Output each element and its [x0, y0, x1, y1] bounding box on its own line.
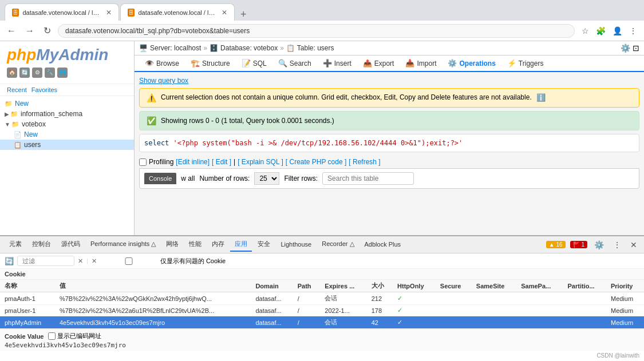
- profiling-label: Profiling: [149, 158, 173, 166]
- cookie-encoded-checkbox[interactable]: [48, 332, 56, 340]
- clear-icon[interactable]: ✕: [78, 257, 83, 265]
- tab-1-close[interactable]: ✕: [106, 9, 112, 17]
- devtools-settings-button[interactable]: ⚙️: [592, 239, 606, 251]
- profile-button[interactable]: 👤: [610, 25, 625, 37]
- breadcrumb-sep1: »: [203, 44, 207, 52]
- devtools-toolbar: 🔄 ✕ | ✕ 仅显示有问题的 Cookie: [0, 253, 644, 269]
- devtools-tab-elements[interactable]: 元素: [5, 237, 26, 252]
- back-button[interactable]: ←: [5, 25, 18, 37]
- devtools-close-button[interactable]: ✕: [628, 239, 639, 251]
- favorites-link[interactable]: Favorites: [31, 86, 57, 93]
- tab-2[interactable]: 🗄 datasafe.votenow.local / local... ✕: [120, 3, 235, 21]
- tab-search[interactable]: 🔍 Search: [272, 55, 317, 72]
- tab-triggers-label: Triggers: [519, 59, 544, 68]
- pma-icon-settings[interactable]: ⚙: [32, 68, 42, 78]
- pma-icon-reload[interactable]: 🔄: [19, 68, 30, 78]
- devtools-tab-console[interactable]: 控制台: [27, 237, 56, 252]
- col-path: Path: [293, 280, 321, 292]
- tab-browse[interactable]: 👁️ Browse: [139, 55, 185, 72]
- tree-item-votebox[interactable]: ▼ 📁 votebox: [0, 119, 134, 129]
- cookie-cell-0-11: Medium: [606, 292, 644, 305]
- profiling-checkbox[interactable]: [139, 158, 147, 166]
- tree-icon-info: 📁: [10, 110, 18, 118]
- tree-item-new1[interactable]: 📁 New: [0, 98, 134, 109]
- pma-tree: 📁 New ▶ 📁 information_schema ▼ 📁 votebox: [0, 96, 134, 235]
- explain-sql-link[interactable]: [ Explain SQL ]: [238, 158, 283, 166]
- devtools-tab-security[interactable]: 安全: [253, 237, 275, 252]
- forward-button[interactable]: →: [23, 25, 37, 37]
- tree-expand-info: ▶: [5, 111, 9, 117]
- tab-structure[interactable]: 🏗️ Structure: [185, 55, 236, 72]
- devtools-tab-recorder[interactable]: Recorder △: [317, 238, 358, 251]
- devtools-tab-app[interactable]: 应用: [230, 237, 252, 252]
- cookie-cell-1-2: datasaf...: [251, 305, 293, 316]
- edit-link[interactable]: [ Edit ]: [212, 158, 231, 166]
- tab-operations[interactable]: ⚙️ Operations: [442, 55, 501, 72]
- devtools-tab-sources[interactable]: 源代码: [57, 237, 85, 252]
- devtools-cookie-filter-checkbox[interactable]: [100, 257, 157, 265]
- extensions-button[interactable]: 🧩: [594, 25, 608, 37]
- refresh-link[interactable]: [ Refresh ]: [349, 158, 380, 166]
- cookie-row-0[interactable]: pmaAuth-1%7B%22iv%22%3A%22wQGkKn2wx42h9y…: [0, 292, 644, 305]
- tree-item-information-schema[interactable]: ▶ 📁 information_schema: [0, 109, 134, 119]
- console-tab[interactable]: Console: [144, 173, 176, 184]
- bookmark-button[interactable]: ☆: [579, 25, 591, 37]
- warning-text: Current selection does not contain a uni…: [161, 93, 532, 101]
- tab-2-close[interactable]: ✕: [222, 9, 227, 17]
- tree-item-users[interactable]: 📋 users: [0, 140, 134, 150]
- clear2-icon[interactable]: ✕: [92, 257, 97, 265]
- cookie-cell-2-1: 4e5evekhvdi3kvh45v1o3ec09es7mjro: [55, 316, 251, 329]
- tab-browse-label: Browse: [156, 59, 179, 68]
- cookie-cell-1-4: 2022-1...: [320, 305, 366, 316]
- tab-export[interactable]: 📤 Export: [357, 55, 400, 72]
- cookie-cell-0-10: [563, 292, 606, 305]
- pma-icon-home[interactable]: 🏠: [7, 68, 17, 78]
- pma-icon-tool[interactable]: 🔧: [45, 68, 55, 78]
- filter-input[interactable]: [322, 172, 414, 185]
- new-tab-button[interactable]: +: [236, 9, 251, 21]
- devtools-tab-lighthouse[interactable]: Lighthouse: [276, 239, 316, 251]
- cookie-cell-1-1: %7B%22iv%22%3A%22a6u1R%2BfLnlC29tvUA%2B.…: [55, 305, 251, 316]
- devtools-more-button[interactable]: ⋮: [611, 239, 623, 251]
- tree-label-users: users: [24, 141, 41, 149]
- devtools-filter-input[interactable]: [17, 256, 74, 266]
- pma-icon-globe[interactable]: 🌐: [57, 68, 68, 78]
- devtools-tab-adblock[interactable]: Adblock Plus: [360, 239, 406, 251]
- pma-header: 🖥️ Server: localhost » 🗄️ Database: vote…: [135, 41, 644, 55]
- tree-expand-votebox: ▼: [5, 121, 10, 128]
- show-query-box-link[interactable]: Show query box: [139, 74, 188, 87]
- tab-insert[interactable]: ➕ Insert: [317, 55, 357, 72]
- tab-import-label: Import: [417, 59, 436, 68]
- devtools-tab-network[interactable]: 网络: [161, 237, 183, 252]
- cookie-cell-2-10: [563, 316, 606, 329]
- edit-inline-link[interactable]: [Edit inline]: [176, 158, 210, 166]
- reload-button[interactable]: ↻: [41, 24, 53, 37]
- menu-button[interactable]: ⋮: [627, 25, 639, 37]
- col-httponly: HttpOnly: [393, 280, 436, 292]
- tree-label-new2: New: [24, 130, 38, 138]
- tab-triggers[interactable]: ⚡ Triggers: [501, 55, 550, 72]
- success-text: Showing rows 0 - 0 (1 total, Query took …: [161, 117, 334, 125]
- col-partition: Partitio...: [563, 280, 606, 292]
- cookie-encoded-label: 显示已编码网址: [48, 332, 101, 340]
- devtools-tab-perf-insights[interactable]: Performance insights △: [86, 238, 160, 251]
- tab-1[interactable]: 🗄 datasafe.votenow.local / local... ✕: [5, 3, 119, 21]
- address-input[interactable]: [58, 24, 575, 38]
- create-php-link[interactable]: [ Create PHP code ]: [286, 158, 347, 166]
- triggers-icon: ⚡: [507, 59, 516, 68]
- devtools-tab-performance[interactable]: 性能: [184, 237, 206, 252]
- pma-window-icon[interactable]: ⊡: [633, 43, 639, 53]
- recent-link[interactable]: Recent: [7, 86, 27, 93]
- tree-item-new2[interactable]: 📄 New: [0, 129, 134, 140]
- devtools-tab-memory[interactable]: 内存: [207, 237, 229, 252]
- help-icon[interactable]: ℹ️: [536, 93, 546, 102]
- tab-2-title: datasafe.votenow.local / local...: [138, 9, 216, 16]
- cookie-row-1[interactable]: pmaUser-1%7B%22iv%22%3A%22a6u1R%2BfLnlC2…: [0, 305, 644, 316]
- filter-label: Filter rows:: [284, 174, 318, 183]
- tab-sql-label: SQL: [253, 59, 267, 68]
- tab-sql[interactable]: 📝 SQL: [236, 55, 272, 72]
- tab-import[interactable]: 📥 Import: [400, 55, 442, 72]
- cookie-row-2[interactable]: phpMyAdmin4e5evekhvdi3kvh45v1o3ec09es7mj…: [0, 316, 644, 329]
- rows-select[interactable]: 25: [254, 172, 279, 185]
- pma-settings-icon[interactable]: ⚙️: [621, 43, 630, 53]
